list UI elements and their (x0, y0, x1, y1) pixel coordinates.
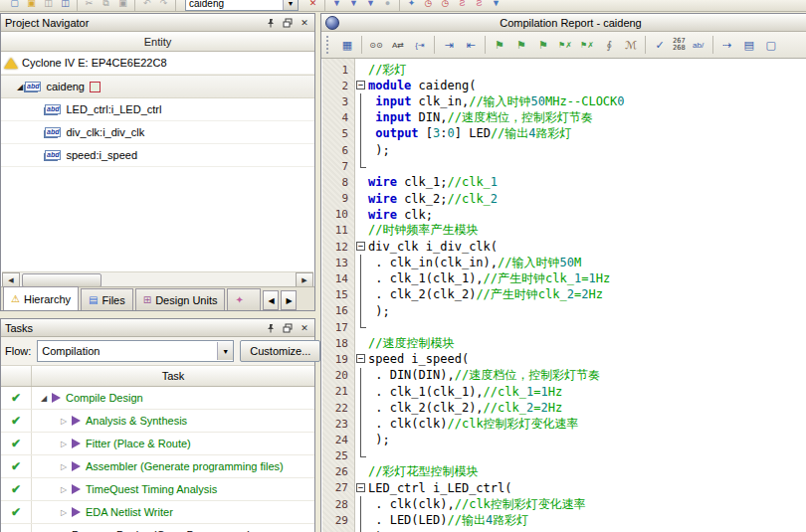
start-compilation-icon[interactable]: ▼ (328, 0, 345, 11)
code-text[interactable]: wire clk_1;//clk_1 (368, 175, 806, 189)
task-expander-icon[interactable]: ◢ (38, 394, 50, 403)
undo-icon[interactable]: ↶ (138, 0, 155, 11)
task-row[interactable]: ✔◢Compile Design (1, 387, 314, 410)
entity-combobox[interactable]: caideng▼ (185, 0, 299, 11)
flow-combobox[interactable]: Compilation ▼ (37, 340, 234, 362)
tab-extra[interactable]: ✦ (227, 288, 261, 310)
start-analysis-icon[interactable]: ▼ (345, 0, 362, 11)
code-text[interactable]: . clk_in(clk_in),//输入时钟50M (368, 255, 806, 271)
insert-bookmark-icon[interactable]: ⚑ (489, 34, 510, 56)
tree-row[interactable]: abddiv_clk:i_div_clk (1, 121, 314, 144)
code-text[interactable]: . LED(LED)//输出4路彩灯 (368, 512, 806, 529)
tree-row[interactable]: ◢abdcaideng (1, 75, 314, 98)
replace-icon[interactable]: A⇄ (387, 34, 409, 56)
code-text[interactable]: speed i_speed( (368, 352, 806, 366)
view-split-icon[interactable]: ▢ (760, 34, 782, 56)
task-row[interactable]: ☛Program Device (Open Programmer) (1, 524, 314, 532)
navigator-hscrollbar[interactable]: ◀ ▶ (2, 271, 313, 287)
code-text[interactable]: wire clk; (368, 208, 806, 222)
code-text[interactable]: . clk_2(clk_2)//产生时钟clk_2=2Hz (368, 286, 806, 303)
task-row[interactable]: ✔▷EDA Netlist Writer (1, 501, 314, 524)
task-row[interactable]: ✔▷TimeQuest Timing Analysis (1, 478, 314, 501)
code-text[interactable]: . clk_1(clk_1),//clk_1=1Hz (368, 385, 806, 399)
paperclip-icon[interactable]: ∮ (598, 34, 620, 56)
delete-bookmark-icon[interactable]: ⚑✗ (554, 34, 576, 56)
fold-open-icon[interactable] (354, 78, 368, 93)
stop-processing-icon[interactable]: ✕ (304, 0, 321, 11)
paste-icon[interactable]: ▣ (114, 0, 131, 11)
task-row[interactable]: ✔▷Fitter (Place & Route) (1, 433, 314, 455)
insert-template-icon[interactable]: ▦ (336, 34, 358, 56)
code-text[interactable]: //彩灯 (368, 62, 806, 79)
code-text[interactable]: ); (368, 304, 806, 318)
code-text[interactable]: . clk(clk),//clk控制彩灯变化速率 (368, 496, 806, 513)
code-text[interactable]: ); (368, 143, 806, 157)
word-mark-icon[interactable]: ab/ (688, 34, 709, 56)
float-window-icon[interactable] (282, 322, 294, 334)
clock-icon[interactable]: ◷ (437, 0, 454, 11)
task-expander-icon[interactable]: ▷ (58, 462, 70, 471)
customize-button[interactable]: Customize... (240, 340, 320, 362)
close-icon[interactable]: ✕ (299, 17, 310, 29)
tree-expander-icon[interactable]: ◢ (15, 83, 25, 91)
tab-scroll-right-icon[interactable]: ▶ (281, 290, 297, 310)
macro-icon[interactable]: ℳ (620, 34, 642, 56)
chevron-down-icon[interactable]: ▼ (283, 0, 298, 10)
scrollbar-thumb[interactable] (22, 273, 101, 287)
code-text[interactable]: output [3:0] LED//输出4路彩灯 (368, 125, 806, 142)
tab-hierarchy[interactable]: ⚠Hierarchy (3, 286, 79, 310)
float-window-icon[interactable] (282, 17, 294, 29)
copy-icon[interactable]: ⧉ (98, 0, 114, 11)
goto-icon[interactable]: ⇢ (716, 34, 738, 56)
code-text[interactable]: div_clk i_div_clk( (368, 240, 806, 254)
code-text[interactable]: ); (368, 433, 806, 446)
code-text[interactable]: input DIN,//速度档位，控制彩灯节奏 (368, 109, 806, 126)
tree-row[interactable]: Cyclone IV E: EP4CE6E22C8 (1, 52, 314, 75)
fold-open-icon[interactable] (354, 239, 368, 255)
tab-files[interactable]: ▤Files (81, 288, 133, 310)
pin-icon[interactable] (265, 17, 277, 29)
save-icon[interactable]: ◫ (40, 0, 57, 11)
tree-row[interactable]: abdLED_ctrl:i_LED_ctrl (1, 98, 314, 121)
timequest-icon[interactable]: ◷ (420, 0, 437, 11)
tree-row[interactable]: abdspeed:i_speed (1, 144, 314, 167)
toolbar-grip[interactable] (326, 36, 333, 54)
task-row[interactable]: ✔▷Analysis & Synthesis (1, 410, 314, 433)
start-timing-icon[interactable]: ▼ (362, 0, 379, 11)
code-text[interactable]: . clk_1(clk_1),//产生时钟clk_1=1Hz (368, 270, 806, 287)
indent-icon[interactable]: ⇥ (438, 34, 460, 56)
cut-icon[interactable]: ✂ (81, 0, 98, 11)
code-text[interactable]: //时钟频率产生模块 (368, 222, 806, 239)
fold-open-icon[interactable] (354, 480, 368, 496)
tech-map-icon[interactable]: Ƨ (471, 0, 488, 11)
netlist-ball-icon[interactable]: ● (379, 0, 396, 11)
task-row[interactable]: ✔▷Assembler (Generate programming files) (1, 455, 314, 478)
code-text[interactable]: input clk_in,//输入时钟50MHz--CLOCK0 (368, 93, 806, 110)
fold-open-icon[interactable] (354, 351, 368, 367)
next-bookmark-icon[interactable]: ⚑ (510, 34, 532, 56)
task-expander-icon[interactable]: ▷ (58, 508, 70, 517)
code-text[interactable]: . clk_2(clk_2),//clk_2=2Hz (368, 401, 806, 415)
tab-design-units[interactable]: ⊞Design Units (135, 288, 226, 310)
task-expander-icon[interactable]: ▷ (58, 440, 70, 448)
code-text[interactable]: //速度控制模块 (368, 335, 806, 352)
save-all-icon[interactable]: ◫ (57, 0, 74, 11)
code-text[interactable]: . clk(clk)//clk控制彩灯变化速率 (368, 416, 806, 433)
code-text[interactable]: //彩灯花型控制模块 (368, 463, 806, 480)
previous-bookmark-icon[interactable]: ⚑ (532, 34, 554, 56)
view-menu-icon[interactable]: ▤ (738, 34, 760, 56)
delete-all-bookmarks-icon[interactable]: ⚑✗ (576, 34, 598, 56)
code-text[interactable]: . DIN(DIN),//速度档位，控制彩灯节奏 (368, 367, 806, 384)
close-icon[interactable]: ✕ (299, 322, 310, 334)
code-editor[interactable]: 1//彩灯2module caideng(3 input clk_in,//输入… (322, 59, 806, 532)
outdent-icon[interactable]: ⇤ (460, 34, 482, 56)
code-text[interactable]: wire clk_2;//clk_2 (368, 192, 806, 206)
pin-icon[interactable] (265, 322, 277, 334)
task-expander-icon[interactable]: ▷ (58, 485, 70, 494)
assignment-icon[interactable]: ✦ (403, 0, 420, 11)
code-text[interactable]: module caideng( (368, 79, 806, 92)
rtl-viewer-icon[interactable]: Ƨ (454, 0, 471, 11)
chip-planner-icon[interactable]: ▼ (488, 0, 504, 11)
spell-check-icon[interactable]: ✓ (649, 34, 671, 56)
open-file-icon[interactable]: ▣ (23, 0, 40, 11)
